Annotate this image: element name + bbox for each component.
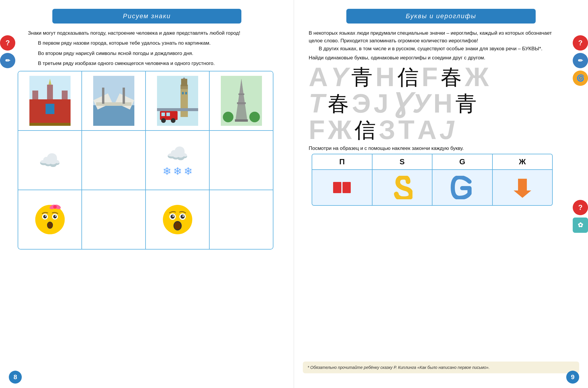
sticker-rect-1 bbox=[333, 182, 341, 193]
svg-rect-21 bbox=[185, 92, 187, 94]
svg-rect-12 bbox=[96, 102, 131, 106]
letter-U-1: У bbox=[412, 90, 430, 117]
svg-point-53 bbox=[181, 215, 185, 219]
table-body-row bbox=[312, 170, 552, 205]
spiral-icon-right: 🌀 bbox=[573, 71, 588, 86]
svg-point-55 bbox=[182, 215, 184, 217]
table-header-P: П bbox=[312, 154, 372, 169]
svg-point-43 bbox=[43, 215, 47, 218]
letter-A-1: A bbox=[309, 64, 328, 90]
letter-G-1: Ɣ bbox=[391, 90, 410, 117]
header-P-text: П bbox=[339, 157, 345, 166]
left-text-block: Знаки могут подсказывать погоду, настрое… bbox=[28, 29, 279, 67]
left-text-3: Во втором ряду нарисуй символы ясной пог… bbox=[28, 50, 279, 57]
cloud-icon-1: ☁️ bbox=[39, 150, 61, 171]
bridge-svg bbox=[93, 76, 134, 126]
svg-point-40 bbox=[53, 205, 57, 209]
letter-F-1: F bbox=[422, 64, 438, 90]
sticker-Zh-svg bbox=[511, 176, 534, 199]
right-side-icons-bottom: ? ✿ bbox=[573, 200, 588, 233]
left-text-2: В первом ряду назови города, которые теб… bbox=[28, 39, 279, 47]
letter-H-1: H bbox=[375, 64, 395, 90]
table-header-row: П S G Ж bbox=[312, 154, 552, 170]
activity-grid: ☁️ ☁️ ❄ ❄ ❄ bbox=[18, 71, 273, 250]
letter-T-2: T bbox=[398, 117, 415, 143]
sticker-S-svg bbox=[392, 176, 412, 199]
footnote-text: * Обязательно прочитайте ребёнку сказку … bbox=[308, 365, 490, 370]
snowflake-2: ❄ bbox=[173, 165, 182, 178]
grid-cell-empty-weather bbox=[82, 131, 146, 190]
letters-row-2: T 春 Э J Ɣ У H 青 bbox=[309, 90, 559, 117]
question-icon-right-1: ? bbox=[573, 35, 588, 51]
chinese-chun-1: 春 bbox=[441, 66, 462, 88]
right-banner-container: Буквы и иероглифы bbox=[306, 9, 576, 24]
svg-rect-20 bbox=[182, 92, 184, 94]
svg-point-54 bbox=[172, 215, 174, 217]
letters-hieroglyphs-area: A Y 青 H 信 F 春 Ж T 春 Э J Ɣ У H 青 F Ж 信 З … bbox=[306, 62, 562, 143]
letter-Zh-2: Ж bbox=[328, 117, 352, 143]
svg-point-48 bbox=[48, 222, 52, 228]
emoji-worried-svg bbox=[34, 203, 66, 236]
find-instruction: Найди одинаковые буквы, одинаковые иерог… bbox=[309, 55, 573, 61]
table-header-S: S bbox=[372, 154, 433, 169]
footnote-box: * Обязательно прочитайте ребёнку сказку … bbox=[303, 362, 579, 373]
svg-rect-6 bbox=[46, 104, 54, 114]
svg-rect-31 bbox=[235, 119, 248, 122]
question-icon-left: ? bbox=[0, 35, 15, 51]
grid-cell-empty-emotion bbox=[82, 190, 146, 249]
letters-sticker-table: П S G Ж bbox=[312, 154, 553, 206]
left-banner-text: Рисуем знаки bbox=[123, 12, 171, 20]
header-S-text: S bbox=[400, 157, 405, 166]
left-text-1: Знаки могут подсказывать погоду, настрое… bbox=[28, 29, 279, 37]
left-text-4: В третьем ряду изобрази одного смеющегос… bbox=[28, 60, 279, 67]
grid-cell-emoji-shocked bbox=[146, 190, 210, 249]
cloud-icon-2: ☁️ bbox=[166, 143, 188, 164]
chinese-xin-2: 信 bbox=[355, 119, 376, 141]
question-icon-right-2: ? bbox=[573, 200, 588, 215]
svg-rect-33 bbox=[238, 93, 244, 95]
svg-point-57 bbox=[174, 222, 181, 230]
letter-Z-1: З bbox=[379, 117, 395, 143]
right-text-2: В других языках, в том числе и в русском… bbox=[309, 45, 560, 53]
grid-cell-london bbox=[146, 71, 210, 130]
letters-row-3: F Ж 信 З T A J bbox=[309, 117, 559, 143]
london-svg bbox=[157, 76, 198, 126]
sticker-G-svg bbox=[450, 176, 474, 199]
right-banner-text: Буквы и иероглифы bbox=[406, 12, 476, 20]
grid-cell-paris bbox=[210, 71, 273, 130]
letters-row-1: A Y 青 H 信 F 春 Ж bbox=[309, 64, 559, 90]
svg-rect-22 bbox=[157, 108, 198, 111]
svg-rect-18 bbox=[181, 79, 187, 86]
chinese-qing-1: 青 bbox=[351, 66, 372, 88]
grid-cell-bridge bbox=[82, 71, 146, 130]
svg-rect-7 bbox=[29, 76, 71, 99]
letter-F-2: F bbox=[309, 117, 325, 143]
page-number-left: 8 bbox=[9, 371, 22, 384]
letter-Y-1: Y bbox=[331, 64, 348, 90]
snowflakes: ❄ ❄ ❄ bbox=[163, 165, 193, 178]
svg-point-45 bbox=[45, 215, 46, 217]
kremlin-svg bbox=[29, 76, 71, 126]
grid-cell-kremlin bbox=[18, 71, 82, 130]
svg-rect-14 bbox=[123, 88, 125, 104]
svg-point-26 bbox=[161, 118, 166, 123]
sample-instruction: Посмотри на образец и с помощью наклеек … bbox=[309, 146, 573, 151]
letter-Zh-1: Ж bbox=[465, 64, 489, 90]
grid-row-1 bbox=[18, 71, 273, 131]
pencil-icon-left: ✏ bbox=[0, 53, 15, 68]
grid-row-2: ☁️ ☁️ ❄ ❄ ❄ bbox=[18, 131, 273, 190]
letter-H-2: H bbox=[433, 90, 452, 117]
right-text-1: В некоторых языках люди придумали специа… bbox=[309, 29, 560, 45]
svg-rect-5 bbox=[29, 123, 71, 126]
header-G-text: G bbox=[459, 157, 465, 166]
grid-cell-cloud-snow: ☁️ ❄ ❄ ❄ bbox=[146, 131, 210, 190]
grid-row-3 bbox=[18, 190, 273, 249]
svg-point-37 bbox=[35, 205, 65, 234]
right-banner: Буквы и иероглифы bbox=[346, 9, 536, 24]
chinese-qing-2: 青 bbox=[455, 93, 477, 114]
right-side-icons: ? ✏ 🌀 bbox=[573, 35, 588, 86]
table-cell-G-sticker bbox=[432, 170, 493, 205]
pencil-icon-right: ✏ bbox=[573, 53, 588, 68]
letter-E-1: Э bbox=[352, 90, 371, 117]
snowflake-3: ❄ bbox=[184, 165, 193, 178]
